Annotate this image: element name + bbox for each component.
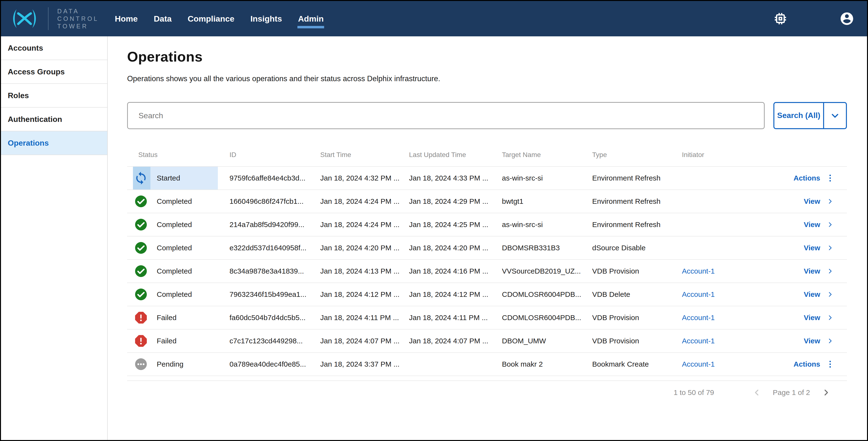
operation-type: Environment Refresh	[592, 197, 682, 205]
page-previous-icon[interactable]	[752, 388, 762, 397]
nav-item-compliance[interactable]: Compliance	[188, 11, 234, 27]
target-name: Book makr 2	[502, 360, 592, 368]
search-all-button[interactable]: Search (All)	[774, 103, 824, 128]
status-cell: Started	[127, 167, 229, 190]
start-time: Jan 18, 2024 4:13 PM ...	[320, 267, 409, 275]
target-name: DBOMSRB331B3	[502, 244, 592, 252]
status-cell: Failed	[127, 330, 229, 352]
check-circle-icon	[134, 287, 148, 301]
table-row: Failed fa60dc504b7d4dc5b5... Jan 18, 202…	[127, 306, 847, 330]
table-row: Pending 0a789ea40dec4f0e85... Jan 18, 20…	[127, 353, 847, 376]
operation-type: Environment Refresh	[592, 220, 682, 229]
status-cell: Completed	[127, 260, 229, 282]
row-action-button[interactable]: View	[792, 244, 847, 252]
initiator-link[interactable]: Account-1	[682, 290, 715, 298]
row-action-button[interactable]: View	[792, 197, 847, 205]
chevron-right-icon	[827, 337, 834, 345]
nav-item-admin[interactable]: Admin	[298, 11, 323, 27]
target-name: CDOMLOSR6004PDB...	[502, 313, 592, 322]
clipped-next-row	[127, 376, 847, 381]
chevron-right-icon	[827, 198, 834, 205]
row-action-button[interactable]: View	[792, 267, 847, 275]
nav-item-data[interactable]: Data	[154, 11, 172, 27]
operation-type: VDB Provision	[592, 313, 682, 322]
app-window: DATA CONTROL TOWER Home Data Compliance …	[0, 0, 868, 441]
start-time: Jan 18, 2024 4:07 PM ...	[320, 337, 409, 345]
row-action-button[interactable]: Actions	[792, 360, 847, 368]
operation-type: Bookmark Create	[592, 360, 682, 368]
last-updated-time: Jan 18, 2024 4:16 PM ...	[409, 267, 502, 275]
logo-text: DATA CONTROL TOWER	[57, 7, 99, 30]
operation-type: Environment Refresh	[592, 174, 682, 182]
search-input[interactable]	[127, 102, 765, 129]
start-time: Jan 18, 2024 4:32 PM ...	[320, 174, 409, 182]
table-header-row: Status ID Start Time Last Updated Time T…	[127, 143, 847, 167]
operation-id: 9759fc6affe84e4cb3d...	[229, 174, 320, 182]
operation-type: VDB Provision	[592, 337, 682, 345]
target-name: VVSourceDB2019_UZ...	[502, 267, 592, 275]
vertical-ellipsis-icon	[827, 360, 834, 368]
col-header-status: Status	[127, 151, 229, 159]
account-circle-icon[interactable]	[839, 11, 855, 26]
sidebar-item-access-groups[interactable]: Access Groups	[1, 60, 107, 84]
chip-icon[interactable]	[773, 11, 788, 26]
status-cell: Completed	[127, 213, 229, 236]
row-action-button[interactable]: View	[792, 290, 847, 299]
table-row: Failed c7c17c123cd449298... Jan 18, 2024…	[127, 330, 847, 353]
status-label: Failed	[157, 337, 177, 345]
row-action-button[interactable]: View	[792, 337, 847, 345]
last-updated-time: Jan 18, 2024 4:25 PM ...	[409, 220, 502, 229]
dct-logo-icon	[9, 8, 40, 29]
sidebar-item-accounts[interactable]: Accounts	[1, 36, 107, 60]
row-action-label: View	[804, 290, 820, 299]
target-name: CDOMLOSR6004PDB...	[502, 290, 592, 299]
sidebar-item-authentication[interactable]: Authentication	[1, 108, 107, 131]
operation-id: 214a7ab8f5d9420f99...	[229, 220, 320, 229]
status-label: Completed	[157, 290, 192, 299]
operation-type: dSource Disable	[592, 244, 682, 252]
status-cell: Completed	[127, 190, 229, 213]
initiator-link[interactable]: Account-1	[682, 337, 715, 345]
target-name: as-win-src-si	[502, 174, 592, 182]
row-action-label: View	[804, 220, 820, 229]
row-action-label: View	[804, 197, 820, 205]
target-name: bwtgt1	[502, 197, 592, 205]
row-action-button[interactable]: View	[792, 220, 847, 229]
last-updated-time: Jan 18, 2024 4:29 PM ...	[409, 197, 502, 205]
operations-table: Status ID Start Time Last Updated Time T…	[127, 143, 847, 381]
vertical-ellipsis-icon	[827, 174, 834, 182]
page-next-icon[interactable]	[821, 388, 831, 397]
sidebar-item-operations[interactable]: Operations	[1, 131, 107, 155]
row-action-button[interactable]: Actions	[792, 174, 847, 182]
row-action-label: Actions	[794, 174, 820, 182]
row-action-label: Actions	[794, 360, 820, 368]
table-row: Completed 214a7ab8f5d9420f99... Jan 18, …	[127, 213, 847, 237]
page-description: Operations shows you all the various ope…	[127, 74, 847, 83]
search-row: Search (All)	[127, 102, 847, 129]
col-header-id: ID	[229, 151, 320, 159]
logo-text-line1: DATA	[57, 7, 99, 15]
operation-type: VDB Delete	[592, 290, 682, 299]
nav-item-insights[interactable]: Insights	[250, 11, 282, 27]
row-action-button[interactable]: View	[792, 313, 847, 322]
search-scope-dropdown[interactable]	[824, 103, 846, 128]
chevron-right-icon	[827, 268, 834, 275]
status-cell: Completed	[127, 237, 229, 259]
initiator-link[interactable]: Account-1	[682, 267, 715, 275]
sidebar-item-roles[interactable]: Roles	[1, 84, 107, 108]
error-octagon-icon	[134, 334, 148, 348]
admin-sidebar: Accounts Access Groups Roles Authenticat…	[1, 36, 108, 440]
row-action-label: View	[804, 267, 820, 275]
initiator-link[interactable]: Account-1	[682, 360, 715, 368]
search-split-button: Search (All)	[773, 102, 847, 129]
operation-id: 0a789ea40dec4f0e85...	[229, 360, 320, 368]
start-time: Jan 18, 2024 4:24 PM ...	[320, 220, 409, 229]
error-octagon-icon	[134, 311, 148, 325]
initiator-link[interactable]: Account-1	[682, 313, 715, 321]
col-header-initiator: Initiator	[682, 151, 792, 159]
operation-id: c7c17c123cd449298...	[229, 337, 320, 345]
nav-item-home[interactable]: Home	[115, 11, 137, 27]
table-row: Completed 8c34a9878e3a41839... Jan 18, 2…	[127, 260, 847, 283]
nav-right-icons	[773, 11, 867, 26]
pending-circle-icon	[134, 357, 148, 371]
